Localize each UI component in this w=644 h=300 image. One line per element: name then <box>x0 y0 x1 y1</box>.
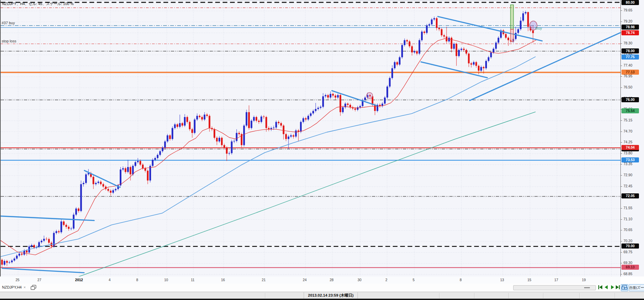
price-tick-label: 74.25 <box>623 140 632 144</box>
price-tick-label: 71.55 <box>623 206 632 210</box>
chart-title: NZDJPY、H4、セル: 45、スケール: 100 % <box>2 1 74 6</box>
price-badge: 73.53 <box>621 157 639 162</box>
price-tick-label: 73.80 <box>623 151 632 155</box>
price-tick-label: 78.30 <box>623 41 632 45</box>
date-tick-label: 16 <box>221 278 225 282</box>
price-badge: 76.00 <box>621 97 639 102</box>
price-badge: 78.74 <box>621 30 639 35</box>
date-tick-label: 19 <box>582 278 586 282</box>
price-tick-label: 69.75 <box>623 250 632 254</box>
stop-loss-label[interactable]: stop loss <box>2 39 16 43</box>
cascade-windows-icon[interactable] <box>30 285 37 291</box>
date-tick-label: 24 <box>303 278 307 282</box>
date-tick-label: 13 <box>500 278 504 282</box>
bottom-toolbar: NZDJPY,H4 × 自動ズーム <box>0 284 644 292</box>
date-tick-label: 2012 <box>75 278 83 282</box>
price-tick-label: 79.65 <box>623 8 632 12</box>
chart-scrollbar[interactable] <box>513 285 596 290</box>
skip-to-end-button[interactable] <box>615 285 620 291</box>
date-tick-label: 2 <box>385 278 387 282</box>
price-tick-label: 68.85 <box>623 272 632 276</box>
date-tick-label: 30 <box>357 278 362 282</box>
price-tick-label: 76.95 <box>623 74 632 78</box>
step-back-button[interactable] <box>604 285 609 291</box>
price-badge: 78.00 <box>621 48 639 53</box>
time-axis[interactable]: 25272012481011162124283025813151719 <box>0 276 620 284</box>
price-tick-label: 69.30 <box>623 261 632 265</box>
price-badge: 78.98 <box>621 25 639 30</box>
price-badge: 75.54 <box>621 108 639 113</box>
price-badge: 72.05 <box>621 193 639 198</box>
price-badge: 80.00 <box>621 0 639 5</box>
skip-to-start-button[interactable] <box>598 285 603 291</box>
date-tick-label: 15 <box>527 278 531 282</box>
status-bar: 2013.02.14 23:59 (木曜日) <box>0 292 644 299</box>
date-tick-label: 25 <box>15 278 20 282</box>
status-datetime: 2013.02.14 23:59 (木曜日) <box>304 292 358 299</box>
step-forward-button[interactable] <box>610 285 615 291</box>
date-tick-label: 8 <box>460 278 462 282</box>
date-tick-label: 8 <box>136 278 138 282</box>
price-tick-label: 71.10 <box>623 217 632 221</box>
price-tick-label: 74.70 <box>623 129 632 133</box>
price-tick-label: 77.40 <box>623 63 632 67</box>
zoom-controls: 自動ズーム <box>620 284 644 292</box>
price-badge: 77.13 <box>621 70 639 75</box>
price-tick-label: 79.20 <box>623 19 632 23</box>
date-tick-label: 4 <box>109 278 111 282</box>
price-badge: 77.75 <box>621 54 639 60</box>
scrollbar-thumb[interactable] <box>584 287 590 288</box>
price-badge: 69.13 <box>621 265 639 270</box>
auto-zoom-button[interactable]: 自動ズーム <box>629 284 644 291</box>
price-tick-label: 70.20 <box>623 239 632 243</box>
date-tick-label: 17 <box>554 278 558 282</box>
chart-tab[interactable]: NZDJPY,H4 <box>2 285 22 289</box>
date-tick-label: 5 <box>413 278 415 282</box>
chart-canvas[interactable]: Buy NZDJPY、H4、セル: 45、スケール: 100 % #37 buy… <box>0 0 620 276</box>
chart-windows-icon[interactable] <box>621 284 628 291</box>
chart-window: Buy NZDJPY、H4、セル: 45、スケール: 100 % #37 buy… <box>0 0 644 300</box>
price-tick-label: 73.35 <box>623 162 632 166</box>
date-tick-label: 10 <box>164 278 168 282</box>
position-buy-label[interactable]: #37 buy <box>2 21 15 25</box>
date-tick-label: 27 <box>37 278 41 282</box>
price-tick-label: 70.65 <box>623 228 632 232</box>
price-tick-label: 72.90 <box>623 173 632 177</box>
date-tick-label: 11 <box>191 278 195 282</box>
date-tick-label: 21 <box>262 278 266 282</box>
price-axis[interactable]: 79.6579.2078.7578.3077.8577.4076.9576.50… <box>620 0 644 276</box>
svg-text:Buy: Buy <box>535 26 542 30</box>
candlestick-chart[interactable]: Buy <box>1 0 621 277</box>
window-edge <box>0 299 644 300</box>
date-tick-label: 28 <box>330 278 334 282</box>
price-tick-label: 76.50 <box>623 85 632 89</box>
price-tick-label: 72.45 <box>623 184 632 188</box>
price-badge: 70.00 <box>621 243 639 249</box>
tab-close-icon[interactable]: × <box>24 285 26 289</box>
price-tick-label: 75.15 <box>623 118 632 122</box>
price-badge: 74.04 <box>621 145 639 150</box>
